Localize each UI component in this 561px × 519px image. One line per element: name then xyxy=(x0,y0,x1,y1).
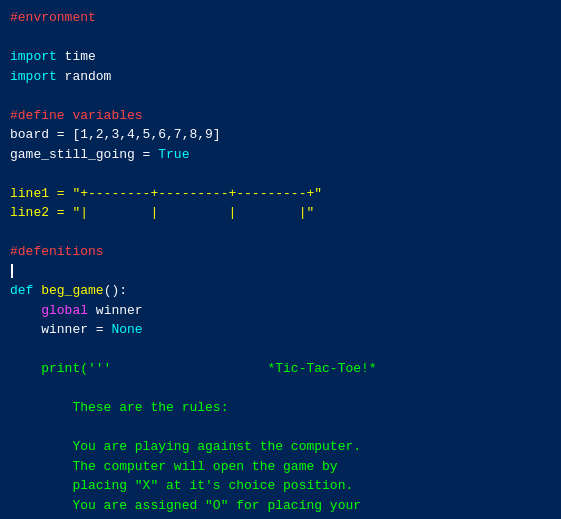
line-22 xyxy=(10,418,551,438)
line-24: The computer will open the game by xyxy=(10,457,551,477)
line-10: line1 = "+--------+---------+---------+" xyxy=(10,184,551,204)
line-6: #define variables xyxy=(10,106,551,126)
line-19: print(''' *Tic-Tac-Toe!* xyxy=(10,359,551,379)
line-23: You are playing against the computer. xyxy=(10,437,551,457)
line-14 xyxy=(10,262,551,282)
line-12 xyxy=(10,223,551,243)
text-cursor xyxy=(11,264,13,278)
line-2 xyxy=(10,28,551,48)
line-18 xyxy=(10,340,551,360)
line-1: #envronment xyxy=(10,8,551,28)
line-9 xyxy=(10,164,551,184)
line-3: import time xyxy=(10,47,551,67)
line-20 xyxy=(10,379,551,399)
line-11: line2 = "| | | |" xyxy=(10,203,551,223)
line-15: def beg_game(): xyxy=(10,281,551,301)
line-8: game_still_going = True xyxy=(10,145,551,165)
line-5 xyxy=(10,86,551,106)
line-7: board = [1,2,3,4,5,6,7,8,9] xyxy=(10,125,551,145)
line-27: choices.The columns are from 1 to 9 xyxy=(10,515,551,519)
line-13: #defenitions xyxy=(10,242,551,262)
line-26: You are assigned "O" for placing your xyxy=(10,496,551,516)
line-4: import random xyxy=(10,67,551,87)
line-17: winner = None xyxy=(10,320,551,340)
line-16: global winner xyxy=(10,301,551,321)
line-25: placing "X" at it's choice position. xyxy=(10,476,551,496)
code-editor: #envronment import time import random #d… xyxy=(0,0,561,519)
line-21: These are the rules: xyxy=(10,398,551,418)
